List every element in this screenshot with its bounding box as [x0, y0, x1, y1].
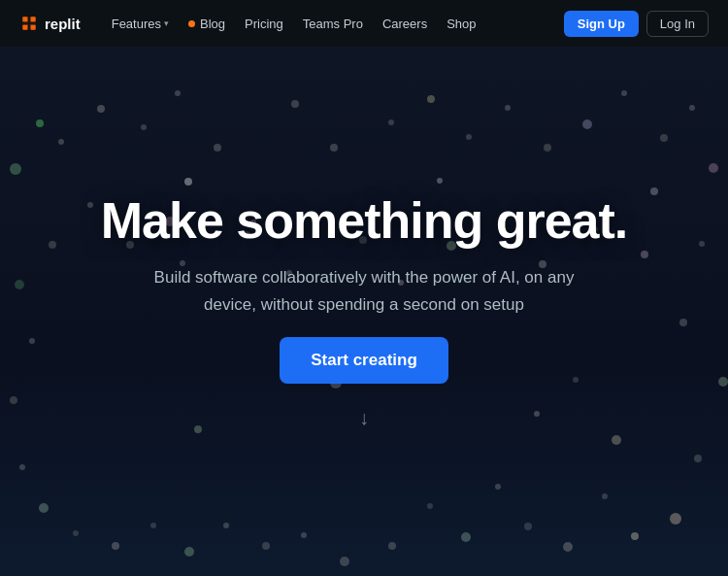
background-dot — [39, 503, 49, 513]
background-dot — [437, 178, 443, 184]
background-dot — [150, 523, 156, 528]
background-dot — [495, 484, 501, 490]
hero-section: Make something great. Build software col… — [0, 47, 728, 576]
background-dot — [699, 241, 705, 247]
login-button[interactable]: Log In — [646, 11, 709, 37]
hero-subtitle: Build software collaboratively with the … — [150, 264, 578, 317]
background-dot — [689, 105, 695, 111]
background-dot — [670, 513, 681, 525]
nav-features[interactable]: Features ▾ — [104, 13, 177, 35]
svg-rect-0 — [22, 17, 27, 21]
background-dot — [291, 100, 299, 108]
signup-button[interactable]: Sign Up — [564, 11, 639, 37]
nav-shop[interactable]: Shop — [439, 13, 483, 35]
background-dot — [582, 119, 592, 129]
background-dot — [184, 547, 194, 557]
background-dot — [544, 144, 551, 152]
background-dot — [10, 396, 17, 404]
background-dot — [427, 503, 433, 509]
start-creating-button[interactable]: Start creating — [280, 337, 448, 384]
background-dot — [184, 178, 192, 186]
background-dot — [73, 530, 79, 536]
svg-rect-2 — [31, 17, 36, 21]
blog-dot-icon — [188, 20, 195, 27]
background-dot — [563, 542, 573, 552]
svg-rect-1 — [22, 25, 27, 30]
hero-title: Make something great. — [101, 193, 627, 249]
background-dot — [15, 280, 24, 289]
logo-link[interactable]: replit — [19, 14, 81, 33]
replit-logo-icon — [19, 14, 39, 33]
background-dot — [388, 542, 396, 550]
background-dot — [631, 532, 639, 540]
background-dot — [214, 144, 221, 152]
background-dot — [87, 202, 93, 208]
background-dot — [718, 377, 728, 387]
background-dot — [262, 542, 270, 550]
nav-pricing[interactable]: Pricing — [237, 13, 291, 35]
background-dot — [524, 523, 532, 530]
background-dot — [10, 163, 21, 175]
background-dot — [466, 134, 472, 140]
background-dot — [175, 90, 181, 96]
logo-text: replit — [45, 16, 81, 32]
background-dot — [388, 119, 394, 125]
nav-actions: Sign Up Log In — [564, 11, 709, 37]
background-dot — [621, 90, 627, 96]
scroll-down-icon: ↓ — [359, 407, 369, 429]
background-dot — [660, 134, 668, 142]
background-dot — [427, 95, 435, 103]
background-dot — [141, 124, 147, 130]
background-dot — [301, 532, 307, 538]
background-dot — [461, 532, 471, 542]
background-dot — [340, 557, 349, 566]
navbar: replit Features ▾ Blog Pricing Teams Pro… — [0, 0, 728, 47]
background-dot — [650, 187, 658, 195]
background-dot — [112, 542, 119, 550]
background-dot — [641, 251, 648, 258]
svg-rect-3 — [31, 25, 36, 30]
background-dot — [49, 241, 56, 249]
features-chevron-icon: ▾ — [164, 18, 169, 28]
background-dot — [29, 338, 35, 344]
nav-teamspro[interactable]: Teams Pro — [295, 13, 371, 35]
background-dot — [58, 139, 64, 145]
background-dot — [612, 435, 621, 445]
background-dot — [330, 144, 338, 152]
background-dot — [602, 493, 608, 499]
background-dot — [97, 105, 105, 113]
background-dot — [694, 455, 702, 462]
nav-links: Features ▾ Blog Pricing Teams Pro Career… — [104, 13, 564, 35]
background-dot — [19, 464, 25, 470]
nav-blog[interactable]: Blog — [181, 13, 233, 35]
background-dot — [679, 319, 687, 326]
nav-careers[interactable]: Careers — [375, 13, 435, 35]
hero-content: Make something great. Build software col… — [101, 193, 627, 429]
background-dot — [709, 163, 718, 173]
background-dot — [36, 119, 44, 127]
background-dot — [223, 523, 229, 528]
background-dot — [505, 105, 511, 111]
